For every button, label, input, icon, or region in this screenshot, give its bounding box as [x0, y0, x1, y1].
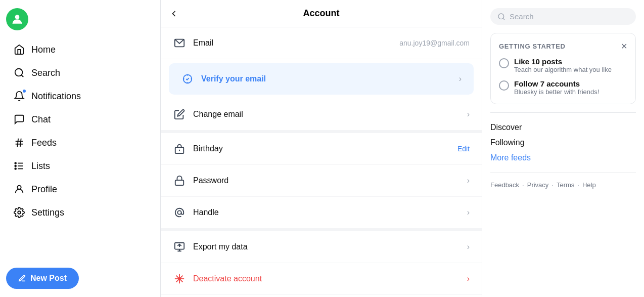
gs-follow-subtitle: Bluesky is better with friends! — [514, 88, 599, 96]
svg-point-1 — [15, 69, 23, 76]
gs-item-like: Like 10 posts Teach our algorithm what y… — [499, 57, 627, 73]
chat-icon — [13, 113, 25, 125]
search-input[interactable] — [510, 12, 629, 21]
password-label: Password — [193, 176, 460, 185]
password-row[interactable]: Password › — [161, 165, 482, 197]
svg-rect-19 — [175, 180, 184, 185]
home-icon — [13, 44, 25, 56]
notification-badge — [22, 89, 27, 94]
account-settings-body: Email anu.joy19@gmail.com Verify your em… — [161, 27, 482, 297]
export-label: Export my data — [193, 242, 460, 251]
email-row[interactable]: Email anu.joy19@gmail.com — [161, 27, 482, 59]
divider-2 — [490, 173, 636, 173]
page-title: Account — [303, 8, 340, 19]
new-post-label: New Post — [30, 274, 67, 283]
svg-point-13 — [17, 186, 21, 189]
chevron-red-icon: › — [467, 274, 470, 283]
feeds-section: Discover Following More feeds — [490, 121, 636, 164]
avatar[interactable] — [6, 8, 28, 30]
feedback-link[interactable]: Feedback — [490, 181, 519, 189]
verify-email-label: Verify your email — [201, 74, 452, 83]
svg-point-0 — [15, 15, 20, 19]
handle-label: Handle — [193, 208, 460, 217]
deactivate-account-row[interactable]: Deactivate account › — [161, 263, 482, 295]
svg-line-6 — [20, 139, 21, 147]
list-icon — [13, 160, 25, 172]
svg-point-20 — [177, 210, 181, 214]
change-email-row[interactable]: Change email › — [161, 99, 482, 130]
terms-link[interactable]: Terms — [557, 181, 574, 189]
birthday-row[interactable]: Birthday Edit — [161, 133, 482, 165]
email-label: Email — [193, 38, 392, 48]
snowflake-icon — [173, 272, 186, 285]
privacy-link[interactable]: Privacy — [527, 181, 549, 189]
following-link[interactable]: Following — [490, 136, 636, 149]
svg-line-28 — [503, 18, 504, 20]
gs-follow-title: Follow 7 accounts — [514, 79, 599, 88]
email-section: Email anu.joy19@gmail.com Verify your em… — [161, 27, 482, 133]
hash-icon — [13, 137, 25, 149]
sidebar-nav: Home Search Notifications — [6, 38, 154, 262]
back-button[interactable] — [169, 9, 179, 19]
sidebar: Home Search Notifications — [0, 0, 161, 297]
new-post-button[interactable]: New Post — [6, 268, 79, 289]
at-icon — [173, 206, 186, 219]
bell-icon — [13, 90, 25, 102]
sidebar-item-label: Chat — [31, 114, 51, 125]
sidebar-item-feeds[interactable]: Feeds — [6, 132, 154, 154]
search-icon — [497, 13, 505, 21]
verify-icon — [181, 72, 194, 86]
delete-account-row[interactable]: Delete account › — [161, 295, 482, 297]
chevron-icon: › — [467, 176, 470, 185]
search-icon — [13, 67, 25, 79]
gs-like-subtitle: Teach our algorithm what you like — [514, 66, 612, 73]
sidebar-item-settings[interactable]: Settings — [6, 201, 154, 224]
gs-like-title: Like 10 posts — [514, 57, 612, 66]
svg-point-14 — [18, 211, 21, 214]
sidebar-item-label: Search — [31, 68, 60, 78]
discover-link[interactable]: Discover — [490, 121, 636, 134]
user-icon — [13, 183, 25, 195]
sidebar-item-search[interactable]: Search — [6, 62, 154, 84]
main-header: Account — [161, 0, 482, 27]
more-feeds-link[interactable]: More feeds — [490, 151, 636, 164]
email-value: anu.joy19@gmail.com — [399, 39, 470, 47]
sidebar-item-chat[interactable]: Chat — [6, 108, 154, 131]
verify-email-row[interactable]: Verify your email › — [169, 63, 474, 95]
lock-icon — [173, 174, 186, 187]
gs-circle — [499, 58, 509, 68]
account-section: Birthday Edit Password › — [161, 133, 482, 231]
gs-circle — [499, 80, 509, 91]
sidebar-item-label: Profile — [31, 184, 57, 195]
export-data-row[interactable]: Export my data › — [161, 231, 482, 263]
envelope-icon — [173, 36, 186, 50]
svg-point-12 — [15, 168, 16, 169]
chevron-icon: › — [459, 74, 462, 83]
svg-line-5 — [17, 139, 18, 147]
handle-row[interactable]: Handle › — [161, 197, 482, 228]
birthday-edit-action[interactable]: Edit — [457, 145, 470, 153]
deactivate-label: Deactivate account — [193, 274, 460, 283]
divider — [490, 112, 636, 113]
birthday-label: Birthday — [193, 144, 450, 153]
footer-links: Feedback · Privacy · Terms · Help — [490, 181, 636, 189]
svg-point-10 — [15, 162, 16, 164]
sidebar-item-lists[interactable]: Lists — [6, 155, 154, 177]
sidebar-item-label: Home — [31, 45, 56, 55]
chevron-icon: › — [467, 242, 470, 251]
svg-point-11 — [15, 165, 16, 167]
sidebar-item-notifications[interactable]: Notifications — [6, 85, 154, 107]
main-content: Account Email anu.joy19@gmail.com — [161, 0, 482, 297]
search-container[interactable] — [490, 8, 636, 25]
sidebar-item-label: Lists — [31, 161, 50, 172]
sidebar-item-label: Settings — [31, 207, 64, 218]
chevron-icon: › — [467, 110, 470, 119]
close-button[interactable]: ✕ — [621, 41, 627, 51]
help-link[interactable]: Help — [582, 181, 596, 189]
sidebar-item-profile[interactable]: Profile — [6, 178, 154, 200]
data-section: Export my data › Deactivate account › — [161, 231, 482, 297]
gear-icon — [13, 206, 25, 219]
gs-item-follow: Follow 7 accounts Bluesky is better with… — [499, 79, 627, 96]
export-icon — [173, 240, 186, 253]
sidebar-item-home[interactable]: Home — [6, 38, 154, 61]
